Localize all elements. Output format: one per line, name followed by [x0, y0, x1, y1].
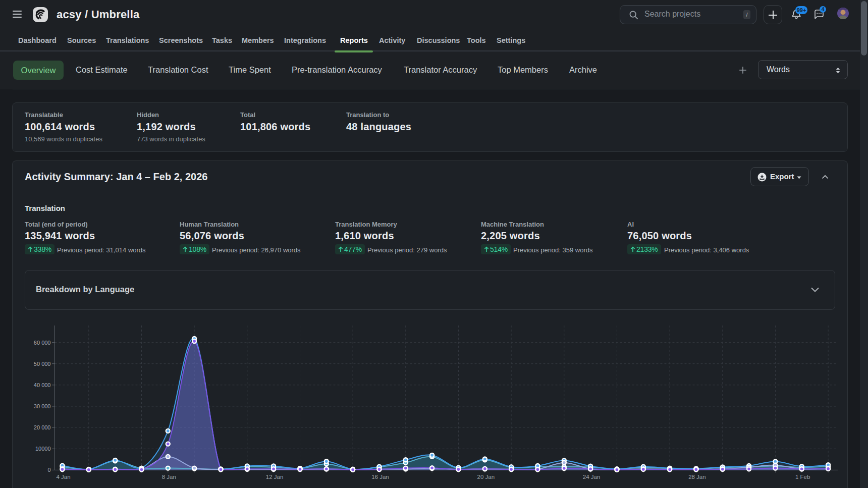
svg-text:50 000: 50 000 [34, 361, 51, 367]
svg-text:20 000: 20 000 [34, 424, 51, 430]
svg-text:60 000: 60 000 [34, 340, 51, 346]
svg-text:24 Jan: 24 Jan [583, 474, 601, 480]
svg-text:20 Jan: 20 Jan [477, 474, 495, 480]
svg-text:8 Jan: 8 Jan [162, 474, 176, 480]
svg-text:30 000: 30 000 [34, 403, 51, 409]
svg-text:1 Feb: 1 Feb [795, 474, 810, 480]
svg-text:40 000: 40 000 [34, 382, 51, 388]
svg-text:16 Jan: 16 Jan [371, 474, 389, 480]
svg-text:12 Jan: 12 Jan [266, 474, 284, 480]
svg-text:0: 0 [47, 467, 50, 473]
svg-text:10000: 10000 [35, 446, 51, 452]
svg-text:28 Jan: 28 Jan [688, 474, 706, 480]
svg-text:4 Jan: 4 Jan [56, 474, 70, 480]
